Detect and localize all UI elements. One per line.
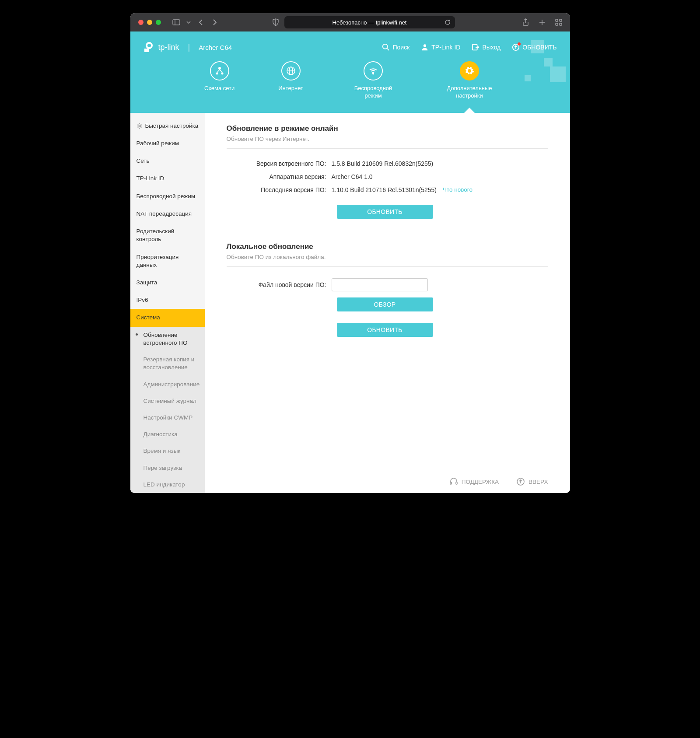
- firmware-version-label: Версия встроенного ПО:: [227, 160, 332, 167]
- svg-point-11: [383, 44, 388, 49]
- logo: tp-link | Archer C64: [144, 42, 232, 53]
- sidebar-item-operation-mode[interactable]: Рабочий режим: [130, 135, 205, 152]
- svg-rect-7: [556, 23, 558, 25]
- svg-rect-6: [560, 19, 562, 21]
- network-map-icon: [215, 66, 224, 76]
- tabs-overview-icon[interactable]: [555, 18, 562, 26]
- svg-rect-8: [560, 23, 562, 25]
- sidebar-sub-reboot[interactable]: Пере загрузка: [141, 460, 205, 476]
- sidebar-sub-led[interactable]: LED индикатор: [141, 476, 205, 493]
- sidebar-toggle-icon[interactable]: [172, 19, 180, 25]
- model-text: Archer C64: [199, 44, 232, 51]
- chevron-down-icon[interactable]: [186, 21, 191, 24]
- online-update-desc: Обновите ПО через Интернет.: [227, 136, 548, 149]
- latest-version-label: Последняя версия ПО:: [227, 186, 332, 193]
- gear-small-icon: [136, 123, 143, 129]
- sidebar-sub-diagnostics[interactable]: Диагностика: [141, 426, 205, 443]
- support-link[interactable]: ПОДДЕРЖКА: [449, 477, 499, 486]
- svg-point-24: [373, 73, 374, 74]
- svg-point-25: [139, 125, 140, 127]
- browse-button[interactable]: ОБЗОР: [337, 297, 433, 311]
- nav-advanced[interactable]: Дополнительные настройки: [443, 61, 496, 100]
- svg-point-9: [147, 43, 152, 48]
- firmware-version-value: 1.5.8 Build 210609 Rel.60832n(5255): [332, 160, 434, 167]
- scroll-top-link[interactable]: ВВЕРХ: [516, 477, 548, 486]
- arrow-up-circle-icon: [516, 477, 525, 486]
- hardware-version-value: Archer C64 1.0: [332, 173, 373, 180]
- online-update-button[interactable]: ОБНОВИТЬ: [337, 205, 433, 219]
- forward-button[interactable]: [213, 19, 217, 26]
- svg-point-17: [216, 73, 218, 75]
- traffic-lights: [138, 20, 161, 25]
- nav-network-map[interactable]: Схема сети: [204, 61, 234, 100]
- address-text: Небезопасно — tplinkwifi.net: [332, 19, 407, 26]
- sidebar-quick-setup[interactable]: Быстрая настройка: [130, 117, 205, 135]
- gear-icon: [465, 66, 474, 76]
- svg-line-19: [217, 70, 220, 73]
- search-action[interactable]: Поиск: [382, 43, 410, 51]
- sidebar-item-nat[interactable]: NAT переадресация: [130, 205, 205, 223]
- sidebar-sub-backup[interactable]: Резервная копия и восстановление: [141, 351, 205, 376]
- back-button[interactable]: [199, 19, 203, 26]
- svg-rect-10: [144, 49, 149, 52]
- svg-line-12: [387, 49, 389, 51]
- person-icon: [421, 43, 429, 51]
- latest-version-value: 1.10.0 Build 210716 Rel.51301n(5255): [332, 186, 437, 193]
- sidebar-item-system[interactable]: Система: [130, 309, 205, 326]
- new-tab-icon[interactable]: [539, 18, 546, 26]
- reload-icon[interactable]: [444, 19, 451, 25]
- local-update-desc: Обновите ПО из локального файла.: [227, 254, 548, 267]
- nav-wireless[interactable]: Беспроводной режим: [347, 61, 399, 100]
- titlebar: Небезопасно — tplinkwifi.net: [130, 13, 570, 31]
- file-input[interactable]: [332, 278, 428, 291]
- svg-point-16: [218, 67, 221, 70]
- main-nav: Схема сети Интернет Беспроводной режим Д…: [130, 56, 570, 113]
- globe-icon: [286, 66, 296, 76]
- logout-action[interactable]: Выход: [472, 43, 500, 51]
- sidebar-item-ipv6[interactable]: IPv6: [130, 291, 205, 309]
- sidebar-sub-cwmp[interactable]: Настройки CWMP: [141, 409, 205, 426]
- svg-point-13: [424, 44, 426, 47]
- shield-icon[interactable]: [272, 18, 279, 26]
- sidebar-item-network[interactable]: Сеть: [130, 152, 205, 170]
- minimize-window-button[interactable]: [147, 20, 152, 25]
- share-icon[interactable]: [522, 18, 529, 26]
- logout-icon: [472, 43, 480, 51]
- sidebar: Быстрая настройка Рабочий режим Сеть TP-…: [130, 113, 205, 493]
- hardware-version-label: Аппаратная версия:: [227, 173, 332, 180]
- local-update-title: Локальное обновление: [227, 242, 548, 251]
- sidebar-item-parental[interactable]: Родительский контроль: [130, 223, 205, 248]
- content: Обновление в режиме онлайн Обновите ПО ч…: [205, 113, 570, 493]
- address-bar[interactable]: Небезопасно — tplinkwifi.net: [284, 16, 455, 28]
- local-update-button[interactable]: ОБНОВИТЬ: [337, 323, 433, 337]
- svg-rect-26: [450, 482, 452, 484]
- sidebar-item-tplink-id[interactable]: TP-Link ID: [130, 170, 205, 187]
- app-header: tp-link | Archer C64 Поиск TP-Link ID Вы…: [130, 31, 570, 113]
- svg-rect-27: [456, 482, 457, 484]
- tplink-logo-icon: [144, 42, 155, 53]
- file-label: Файл новой версии ПО:: [227, 281, 332, 288]
- online-update-title: Обновление в режиме онлайн: [227, 124, 548, 133]
- close-window-button[interactable]: [138, 20, 144, 25]
- sidebar-item-security[interactable]: Защита: [130, 274, 205, 291]
- brand-text: tp-link: [158, 43, 179, 52]
- sidebar-item-wireless[interactable]: Беспроводной режим: [130, 188, 205, 205]
- browser-window: Небезопасно — tplinkwifi.net tp-link: [130, 13, 570, 493]
- svg-point-18: [221, 73, 223, 75]
- svg-rect-0: [173, 20, 180, 25]
- sidebar-sub-firmware[interactable]: Обновление встроенного ПО: [141, 327, 205, 351]
- headset-icon: [449, 477, 458, 486]
- nav-internet[interactable]: Интернет: [278, 61, 303, 100]
- svg-rect-5: [556, 19, 558, 21]
- maximize-window-button[interactable]: [156, 20, 161, 25]
- search-icon: [382, 43, 390, 51]
- sidebar-sub-time[interactable]: Время и язык: [141, 443, 205, 459]
- footer: ПОДДЕРЖКА ВВЕРХ: [449, 477, 548, 486]
- whats-new-link[interactable]: Что нового: [443, 186, 472, 193]
- svg-line-20: [220, 70, 222, 73]
- tplink-id-action[interactable]: TP-Link ID: [421, 43, 460, 51]
- sidebar-sub-admin[interactable]: Администрирование: [141, 376, 205, 393]
- sidebar-item-qos[interactable]: Приоритезация данных: [130, 248, 205, 274]
- sidebar-sub-syslog[interactable]: Системный журнал: [141, 393, 205, 409]
- wifi-icon: [368, 66, 378, 76]
